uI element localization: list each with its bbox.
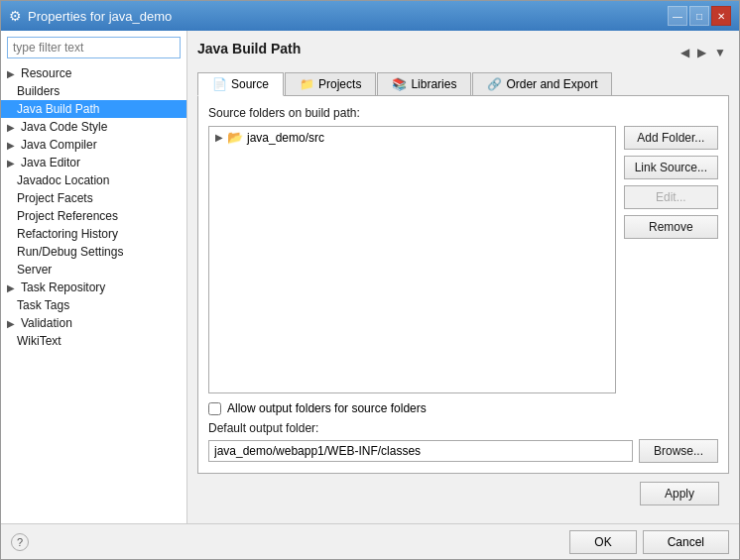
allow-output-label: Allow output folders for source folders [227,401,427,415]
source-folders-label: Source folders on build path: [208,106,718,120]
sidebar-item-refactoring-history[interactable]: Refactoring History [1,225,186,243]
tab-projects[interactable]: 📁 Projects [285,72,376,95]
projects-tab-icon: 📁 [300,77,314,91]
apply-button[interactable]: Apply [640,482,719,505]
source-tree-panel: ▶ 📂 java_demo/src [208,126,616,393]
sidebar-item-java-editor[interactable]: ▶ Java Editor [1,154,186,171]
allow-output-checkbox[interactable] [208,402,221,415]
sidebar-item-project-references[interactable]: Project References [1,207,186,225]
order-export-tab-icon: 🔗 [487,77,502,91]
window-controls: — □ ✕ [668,6,731,26]
maximize-button[interactable]: □ [689,6,709,26]
sidebar-item-task-tags[interactable]: Task Tags [1,296,186,314]
sidebar-item-java-code-style[interactable]: ▶ Java Code Style [1,118,186,136]
tab-source[interactable]: 📄 Source [197,72,284,96]
main-window: ⚙ Properties for java_demo — □ ✕ ▶ Resou… [0,0,740,560]
remove-button[interactable]: Remove [624,215,718,239]
tabs: 📄 Source 📁 Projects 📚 Libraries 🔗 Order … [197,72,729,95]
source-folders-area: ▶ 📂 java_demo/src Add Folder... Link Sou… [208,126,718,393]
minimize-button[interactable]: — [668,6,687,26]
footer-buttons: OK Cancel [569,530,729,554]
allow-output-checkbox-row: Allow output folders for source folders [208,401,718,415]
main-panel: Java Build Path ◀ ▶ ▼ 📄 Source 📁 Project… [187,31,739,523]
sidebar: ▶ Resource Builders Java Build Path ▶ Ja… [1,31,187,523]
sidebar-item-run-debug-settings[interactable]: Run/Debug Settings [1,243,186,261]
filter-input[interactable] [7,37,181,58]
nav-dropdown-button[interactable]: ▼ [711,45,729,60]
arrow-icon-2: ▶ [7,122,15,133]
output-row: Browse... [208,439,718,463]
sidebar-item-javadoc-location[interactable]: Javadoc Location [1,171,186,189]
arrow-icon-6: ▶ [7,318,15,329]
add-folder-button[interactable]: Add Folder... [624,126,718,150]
panel-title: Java Build Path [197,41,301,56]
output-folder-input[interactable] [208,440,633,462]
arrow-icon-5: ▶ [7,282,15,293]
sidebar-item-project-facets[interactable]: Project Facets [1,189,186,207]
arrow-icon-3: ▶ [7,140,15,151]
nav-arrows: ◀ ▶ ▼ [678,45,729,60]
folder-name: java_demo/src [247,131,324,145]
output-label: Default output folder: [208,421,718,435]
apply-bar: Apply [197,474,729,513]
sidebar-item-server[interactable]: Server [1,261,186,279]
arrow-icon-4: ▶ [7,158,15,168]
window-icon: ⚙ [9,8,22,24]
tab-content: Source folders on build path: ▶ 📂 java_d… [197,95,729,474]
sidebar-item-java-compiler[interactable]: ▶ Java Compiler [1,136,186,154]
link-source-button[interactable]: Link Source... [624,156,718,179]
tab-libraries[interactable]: 📚 Libraries [377,72,471,95]
ok-button[interactable]: OK [569,530,636,554]
help-button[interactable]: ? [11,533,29,551]
arrow-icon: ▶ [7,68,15,79]
sidebar-item-java-build-path[interactable]: Java Build Path [1,100,186,118]
folder-arrow-icon: ▶ [215,132,223,143]
title-bar: ⚙ Properties for java_demo — □ ✕ [1,1,739,31]
source-tab-icon: 📄 [212,77,227,91]
content-area: ▶ Resource Builders Java Build Path ▶ Ja… [1,31,739,523]
sidebar-item-wikitext[interactable]: WikiText [1,332,186,350]
folder-icon: 📂 [227,130,243,145]
edit-button[interactable]: Edit... [624,185,718,209]
browse-button[interactable]: Browse... [639,439,718,463]
cancel-button[interactable]: Cancel [643,530,729,554]
window-title: Properties for java_demo [28,9,172,24]
sidebar-item-task-repository[interactable]: ▶ Task Repository [1,279,186,296]
tab-order-export[interactable]: 🔗 Order and Export [472,72,612,95]
source-buttons: Add Folder... Link Source... Edit... Rem… [624,126,718,393]
footer-bar: ? OK Cancel [1,523,739,559]
source-tree-item[interactable]: ▶ 📂 java_demo/src [209,127,615,148]
sidebar-item-resource[interactable]: ▶ Resource [1,64,186,82]
libraries-tab-icon: 📚 [392,77,407,91]
close-button[interactable]: ✕ [711,6,731,26]
sidebar-item-builders[interactable]: Builders [1,82,186,100]
sidebar-item-validation[interactable]: ▶ Validation [1,314,186,332]
nav-back-button[interactable]: ◀ [678,45,692,60]
nav-forward-button[interactable]: ▶ [694,45,709,60]
